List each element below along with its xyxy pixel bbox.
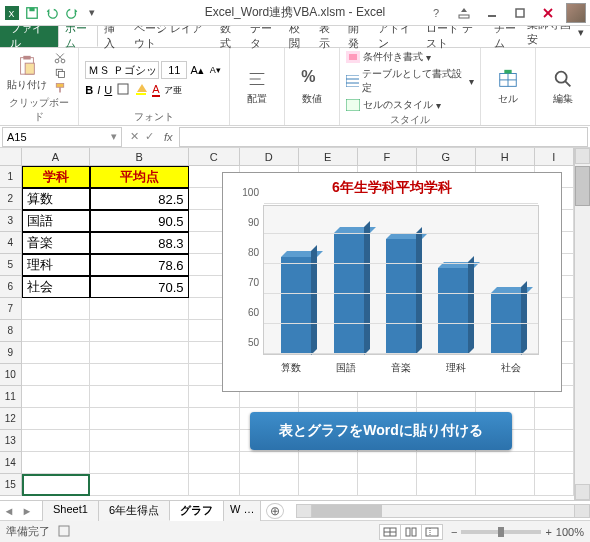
normal-view-icon[interactable] xyxy=(379,524,401,540)
tab-nav-prev-icon[interactable]: ◄ xyxy=(0,505,18,517)
cell[interactable] xyxy=(22,474,91,496)
cell[interactable] xyxy=(535,452,574,474)
scroll-down-icon[interactable] xyxy=(575,484,590,500)
cell[interactable] xyxy=(90,364,188,386)
qat-dropdown-icon[interactable]: ▾ xyxy=(84,5,100,21)
minimize-icon[interactable] xyxy=(478,2,506,24)
cell[interactable] xyxy=(90,298,188,320)
underline-icon[interactable]: U xyxy=(104,84,112,96)
cell[interactable] xyxy=(90,320,188,342)
paste-button[interactable]: 貼り付け xyxy=(6,54,48,92)
col-header[interactable]: C xyxy=(189,148,240,165)
cell[interactable]: 88.3 xyxy=(90,232,188,254)
cell[interactable]: 82.5 xyxy=(90,188,188,210)
ribbon-tab-1[interactable]: 挿入 xyxy=(98,25,128,47)
cell[interactable] xyxy=(90,342,188,364)
cell[interactable] xyxy=(189,430,240,452)
conditional-format-button[interactable]: 条件付き書式▾ xyxy=(346,50,474,64)
cell[interactable] xyxy=(22,342,91,364)
sheet-tab[interactable]: 6年生得点 xyxy=(98,500,170,521)
bold-icon[interactable]: B xyxy=(85,84,93,96)
enter-formula-icon[interactable]: ✓ xyxy=(145,130,154,143)
cell[interactable] xyxy=(22,408,91,430)
cell[interactable] xyxy=(189,408,240,430)
cell[interactable] xyxy=(90,430,188,452)
select-all-corner[interactable] xyxy=(0,148,22,165)
tab-nav-next-icon[interactable]: ► xyxy=(18,505,36,517)
col-header[interactable]: E xyxy=(299,148,358,165)
increase-font-icon[interactable]: A▴ xyxy=(189,63,205,77)
help-icon[interactable]: ? xyxy=(422,2,450,24)
cell[interactable] xyxy=(240,474,299,496)
user-avatar[interactable] xyxy=(566,3,586,23)
col-header[interactable]: G xyxy=(417,148,476,165)
scroll-thumb[interactable] xyxy=(575,166,590,206)
ribbon-tab-4[interactable]: データ xyxy=(244,25,283,47)
cell[interactable] xyxy=(189,452,240,474)
row-header[interactable]: 10 xyxy=(0,364,22,386)
row-header[interactable]: 2 xyxy=(0,188,22,210)
font-name-input[interactable] xyxy=(85,61,159,79)
cell[interactable] xyxy=(417,452,476,474)
chart-bar[interactable] xyxy=(438,268,468,354)
zoom-slider[interactable] xyxy=(461,530,541,534)
cell[interactable] xyxy=(22,298,91,320)
embedded-chart[interactable]: 6年生学科平均学科 5060708090100 算数国語音楽理科社会 xyxy=(222,172,562,392)
ribbon-tab-0[interactable]: ホーム xyxy=(58,25,99,47)
row-header[interactable]: 5 xyxy=(0,254,22,276)
col-header[interactable]: I xyxy=(535,148,574,165)
row-header[interactable]: 13 xyxy=(0,430,22,452)
cell[interactable]: 90.5 xyxy=(90,210,188,232)
cell[interactable] xyxy=(22,430,91,452)
cell[interactable] xyxy=(22,364,91,386)
cell[interactable] xyxy=(358,452,417,474)
ribbon-tab-7[interactable]: 開発 xyxy=(342,25,372,47)
chart-bar[interactable] xyxy=(386,239,416,354)
col-header[interactable]: A xyxy=(22,148,91,165)
cell[interactable]: 78.6 xyxy=(90,254,188,276)
cell[interactable] xyxy=(476,452,535,474)
border-icon[interactable] xyxy=(116,82,130,98)
fx-icon[interactable]: fx xyxy=(160,131,177,143)
fill-color-icon[interactable] xyxy=(134,82,148,98)
maximize-icon[interactable] xyxy=(506,2,534,24)
redo-icon[interactable] xyxy=(64,5,80,21)
ribbon-tab-2[interactable]: ページ レイアウト xyxy=(128,25,214,47)
cell[interactable] xyxy=(90,386,188,408)
cell[interactable] xyxy=(90,408,188,430)
cell[interactable] xyxy=(22,452,91,474)
decrease-font-icon[interactable]: A▾ xyxy=(207,63,223,77)
formula-input[interactable] xyxy=(179,127,588,147)
zoom-out-icon[interactable]: − xyxy=(451,526,457,538)
chart-bar[interactable] xyxy=(281,257,311,355)
save-icon[interactable] xyxy=(24,5,40,21)
cell[interactable] xyxy=(22,386,91,408)
scroll-left-icon[interactable] xyxy=(296,504,312,518)
zoom-level[interactable]: 100% xyxy=(556,526,584,538)
cell[interactable]: 音楽 xyxy=(22,232,91,254)
cell[interactable]: 算数 xyxy=(22,188,91,210)
sheet-tab[interactable]: Sheet1 xyxy=(42,500,99,521)
paste-to-word-button[interactable]: 表とグラフをWordに貼り付ける xyxy=(250,412,512,450)
cell[interactable] xyxy=(535,430,574,452)
ribbon-tab-9[interactable]: ロード テスト xyxy=(420,25,488,47)
row-header[interactable]: 14 xyxy=(0,452,22,474)
cell-styles-button[interactable]: セルのスタイル▾ xyxy=(346,98,474,112)
row-header[interactable]: 7 xyxy=(0,298,22,320)
copy-icon[interactable] xyxy=(52,66,68,80)
format-painter-icon[interactable] xyxy=(52,81,68,95)
alignment-button[interactable]: 配置 xyxy=(236,68,278,106)
vertical-scrollbar[interactable] xyxy=(574,148,590,500)
cell[interactable]: 学科 xyxy=(22,166,91,188)
editing-button[interactable]: 編集 xyxy=(542,68,584,106)
ribbon-tab-10[interactable]: チーム xyxy=(488,25,527,47)
scroll-up-icon[interactable] xyxy=(575,148,590,164)
cell[interactable]: 理科 xyxy=(22,254,91,276)
row-header[interactable]: 9 xyxy=(0,342,22,364)
add-sheet-button[interactable]: ⊕ xyxy=(266,503,284,519)
cell[interactable]: 国語 xyxy=(22,210,91,232)
cell[interactable] xyxy=(535,408,574,430)
row-header[interactable]: 6 xyxy=(0,276,22,298)
macro-record-icon[interactable] xyxy=(58,525,70,539)
italic-icon[interactable]: I xyxy=(97,84,100,96)
